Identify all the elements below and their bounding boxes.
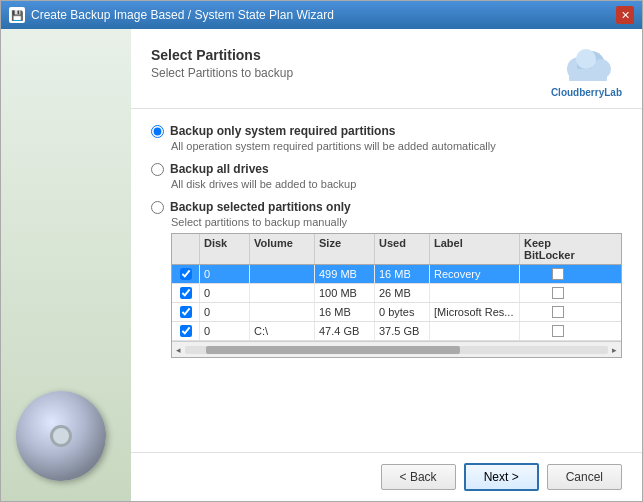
left-panel — [1, 29, 131, 501]
row2-bitlocker — [520, 284, 595, 302]
row3-label: [Microsoft Res... — [430, 303, 520, 321]
row2-used: 26 MB — [375, 284, 430, 302]
option2-desc: All disk drives will be added to backup — [171, 178, 622, 190]
row4-used: 37.5 GB — [375, 322, 430, 340]
row3-bitlocker-check[interactable] — [552, 306, 564, 318]
next-button[interactable]: Next > — [464, 463, 539, 491]
col-size: Size — [315, 234, 375, 264]
row1-label: Recovery — [430, 265, 520, 283]
option3-desc: Select partitions to backup manually — [171, 216, 622, 228]
row2-label — [430, 284, 520, 302]
horizontal-scrollbar[interactable]: ◂ ▸ — [172, 341, 621, 357]
row3-disk: 0 — [200, 303, 250, 321]
row3-volume — [250, 303, 315, 321]
close-button[interactable]: ✕ — [616, 6, 634, 24]
window-title: Create Backup Image Based / System State… — [31, 8, 616, 22]
content-area: Select Partitions Select Partitions to b… — [1, 29, 642, 501]
row1-volume — [250, 265, 315, 283]
col-used: Used — [375, 234, 430, 264]
option1-label[interactable]: Backup only system required partitions — [151, 124, 622, 138]
header-text: Select Partitions Select Partitions to b… — [151, 47, 293, 80]
table-row: 0 100 MB 26 MB — [172, 284, 621, 303]
row1-bitlocker-check[interactable] — [552, 268, 564, 280]
option1-text: Backup only system required partitions — [170, 124, 395, 138]
section-desc: Select Partitions to backup — [151, 66, 293, 80]
row1-bitlocker — [520, 265, 595, 283]
option1-desc: All operation system required partitions… — [171, 140, 622, 152]
section-title: Select Partitions — [151, 47, 293, 63]
row3-bitlocker — [520, 303, 595, 321]
option3-label[interactable]: Backup selected partitions only — [151, 200, 622, 214]
option2-label[interactable]: Backup all drives — [151, 162, 622, 176]
table-row: 0 499 MB 16 MB Recovery — [172, 265, 621, 284]
radio-group: Backup only system required partitions A… — [151, 124, 622, 358]
scroll-thumb[interactable] — [206, 346, 460, 354]
row2-bitlocker-check[interactable] — [552, 287, 564, 299]
row2-size: 100 MB — [315, 284, 375, 302]
table-header: Disk Volume Size Used Label Keep BitLock… — [172, 234, 621, 265]
cd-outer — [16, 391, 106, 481]
row4-volume: C:\ — [250, 322, 315, 340]
right-panel: Select Partitions Select Partitions to b… — [131, 29, 642, 501]
scroll-track[interactable] — [185, 346, 608, 354]
col-disk: Disk — [200, 234, 250, 264]
row3-used: 0 bytes — [375, 303, 430, 321]
row2-check[interactable] — [172, 284, 200, 302]
cloudberry-logo-icon — [559, 47, 614, 85]
col-checkbox — [172, 234, 200, 264]
option3-text: Backup selected partitions only — [170, 200, 351, 214]
main-section: Backup only system required partitions A… — [131, 109, 642, 452]
row2-disk: 0 — [200, 284, 250, 302]
col-bitlocker: Keep BitLocker — [520, 234, 595, 264]
option2-radio[interactable] — [151, 163, 164, 176]
row3-size: 16 MB — [315, 303, 375, 321]
cancel-button[interactable]: Cancel — [547, 464, 622, 490]
row4-check[interactable] — [172, 322, 200, 340]
cd-inner — [50, 425, 72, 447]
row1-used: 16 MB — [375, 265, 430, 283]
row4-disk: 0 — [200, 322, 250, 340]
wizard-window: 💾 Create Backup Image Based / System Sta… — [0, 0, 643, 502]
option1-radio[interactable] — [151, 125, 164, 138]
option3: Backup selected partitions only Select p… — [151, 200, 622, 358]
window-icon: 💾 — [9, 7, 25, 23]
scroll-left-arrow[interactable]: ◂ — [174, 345, 183, 355]
scroll-right-arrow[interactable]: ▸ — [610, 345, 619, 355]
row3-check[interactable] — [172, 303, 200, 321]
row2-volume — [250, 284, 315, 302]
row4-label — [430, 322, 520, 340]
row1-disk: 0 — [200, 265, 250, 283]
option1: Backup only system required partitions A… — [151, 124, 622, 152]
table-row: 0 16 MB 0 bytes [Microsoft Res... — [172, 303, 621, 322]
col-label: Label — [430, 234, 520, 264]
row4-bitlocker — [520, 322, 595, 340]
table-row: 0 C:\ 47.4 GB 37.5 GB — [172, 322, 621, 341]
back-button[interactable]: < Back — [381, 464, 456, 490]
col-volume: Volume — [250, 234, 315, 264]
option2: Backup all drives All disk drives will b… — [151, 162, 622, 190]
header-section: Select Partitions Select Partitions to b… — [131, 29, 642, 109]
row4-size: 47.4 GB — [315, 322, 375, 340]
svg-rect-3 — [569, 69, 607, 81]
row4-bitlocker-check[interactable] — [552, 325, 564, 337]
partitions-table: Disk Volume Size Used Label Keep BitLock… — [171, 233, 622, 358]
cd-icon — [16, 391, 116, 491]
logo-text: CloudberryLab — [551, 87, 622, 98]
option3-radio[interactable] — [151, 201, 164, 214]
row1-check[interactable] — [172, 265, 200, 283]
row1-size: 499 MB — [315, 265, 375, 283]
logo-area: CloudberryLab — [551, 47, 622, 98]
option2-text: Backup all drives — [170, 162, 269, 176]
title-bar: 💾 Create Backup Image Based / System Sta… — [1, 1, 642, 29]
svg-point-4 — [576, 49, 596, 69]
footer-section: < Back Next > Cancel — [131, 452, 642, 501]
